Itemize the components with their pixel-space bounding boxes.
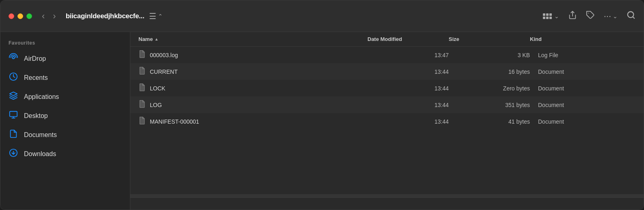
maximize-button[interactable] (26, 13, 32, 19)
col-kind-label: Kind (530, 36, 542, 42)
file-rows: 000003.log 13:47 3 KB Log File CURRENT 1… (130, 47, 644, 194)
ellipsis-icon: ··· (604, 11, 611, 21)
sidebar-item-recents-label: Recents (24, 74, 48, 81)
sidebar-item-airdrop[interactable]: AirDrop (0, 49, 130, 68)
file-name-cell: 000003.log (138, 50, 367, 60)
desktop-icon (9, 110, 18, 121)
file-icon (138, 83, 146, 93)
nav-buttons: ‹ › (40, 10, 58, 22)
file-icon (138, 100, 146, 110)
file-name-cell: LOG (138, 100, 367, 110)
list-view-button[interactable]: ☰ ⌃ (149, 11, 163, 21)
sidebar-item-recents[interactable]: Recents (0, 68, 130, 87)
file-size: Zero bytes (449, 85, 530, 92)
airdrop-icon (9, 53, 18, 64)
sidebar-item-documents-label: Documents (24, 131, 57, 139)
sidebar: Favourites AirDrop (0, 32, 130, 210)
table-row[interactable]: LOCK 13:44 Zero bytes Document (130, 80, 644, 96)
bottom-bar (130, 197, 644, 210)
col-date-label: Date Modified (367, 36, 402, 42)
file-name: LOG (150, 102, 162, 108)
file-name: 000003.log (150, 52, 178, 58)
file-date: 13:44 (367, 85, 449, 92)
recents-icon (9, 72, 18, 83)
file-name-cell: LOCK (138, 83, 367, 93)
traffic-lights (9, 13, 32, 19)
close-button[interactable] (9, 13, 14, 19)
list-icon: ☰ (149, 11, 156, 21)
titlebar: ‹ › biicaginldeedjhkbcecfe... ☰ ⌃ ⌄ (0, 0, 644, 32)
file-size: 3 KB (449, 52, 530, 58)
sidebar-item-downloads[interactable]: Downloads (0, 144, 130, 163)
window-title: biicaginldeedjhkbcecfe... (66, 12, 145, 20)
downloads-icon (9, 148, 18, 159)
table-row[interactable]: LOG 13:44 351 bytes Document (130, 96, 644, 113)
grid-chevron-icon: ⌄ (554, 13, 559, 19)
file-kind: Document (530, 69, 611, 75)
table-row[interactable]: CURRENT 13:44 16 bytes Document (130, 63, 644, 80)
col-header-size[interactable]: Size (449, 36, 530, 42)
sidebar-item-applications-label: Applications (24, 93, 59, 101)
col-header-kind[interactable]: Kind (530, 36, 611, 42)
sidebar-item-desktop-label: Desktop (24, 112, 48, 120)
sidebar-item-downloads-label: Downloads (24, 150, 56, 158)
col-name-label: Name (138, 36, 153, 42)
sidebar-item-desktop[interactable]: Desktop (0, 106, 130, 125)
file-size: 351 bytes (449, 102, 530, 108)
sidebar-item-airdrop-label: AirDrop (24, 55, 46, 62)
grid-icon (543, 13, 552, 19)
col-size-label: Size (449, 36, 459, 42)
sidebar-item-applications[interactable]: Applications (0, 87, 130, 106)
table-row[interactable]: 000003.log 13:47 3 KB Log File (130, 47, 644, 63)
svg-point-4 (12, 56, 15, 59)
list-chevron-icon: ⌃ (158, 13, 163, 19)
col-header-name[interactable]: Name ▲ (138, 36, 367, 42)
file-size: 16 bytes (449, 69, 530, 75)
svg-line-3 (633, 17, 634, 18)
file-name: CURRENT (150, 69, 177, 75)
share-icon[interactable] (568, 11, 577, 22)
table-row[interactable]: MANIFEST-000001 13:44 41 bytes Document (130, 113, 644, 130)
grid-view-button[interactable]: ⌄ (543, 13, 559, 19)
toolbar-right: ⌄ ··· ⌄ (543, 11, 635, 22)
finder-window: ‹ › biicaginldeedjhkbcecfe... ☰ ⌃ ⌄ (0, 0, 644, 210)
more-button[interactable]: ··· ⌄ (604, 11, 618, 21)
search-icon[interactable] (627, 11, 635, 22)
back-button[interactable]: ‹ (40, 10, 46, 22)
svg-rect-6 (10, 111, 17, 117)
file-name: MANIFEST-000001 (150, 118, 199, 125)
sort-arrow-icon: ▲ (154, 37, 158, 41)
file-kind: Document (530, 118, 611, 125)
sidebar-item-documents[interactable]: Documents (0, 125, 130, 144)
title-section: biicaginldeedjhkbcecfe... ☰ ⌃ (66, 11, 543, 21)
file-kind: Document (530, 102, 611, 108)
file-name: LOCK (150, 85, 165, 92)
tag-icon[interactable] (586, 11, 595, 22)
file-list-header: Name ▲ Date Modified Size Kind (130, 32, 644, 47)
forward-button[interactable]: › (51, 10, 57, 22)
file-icon (138, 116, 146, 126)
file-name-cell: MANIFEST-000001 (138, 116, 367, 126)
file-size: 41 bytes (449, 118, 530, 125)
file-date: 13:44 (367, 69, 449, 75)
file-date: 13:47 (367, 52, 449, 58)
col-header-extra (611, 36, 635, 42)
file-icon (138, 66, 146, 77)
sidebar-section-header: Favourites (0, 40, 130, 49)
file-list: Name ▲ Date Modified Size Kind (130, 32, 644, 210)
file-icon (138, 50, 146, 60)
horizontal-scrollbar[interactable] (130, 194, 644, 197)
main-content: Favourites AirDrop (0, 32, 644, 210)
file-kind: Log File (530, 52, 611, 58)
file-date: 13:44 (367, 102, 449, 108)
minimize-button[interactable] (17, 13, 23, 19)
applications-icon (9, 91, 18, 102)
file-kind: Document (530, 85, 611, 92)
documents-icon (9, 129, 18, 140)
file-name-cell: CURRENT (138, 66, 367, 77)
more-chevron-icon: ⌄ (613, 13, 618, 19)
col-header-date[interactable]: Date Modified (367, 36, 449, 42)
file-date: 13:44 (367, 118, 449, 125)
